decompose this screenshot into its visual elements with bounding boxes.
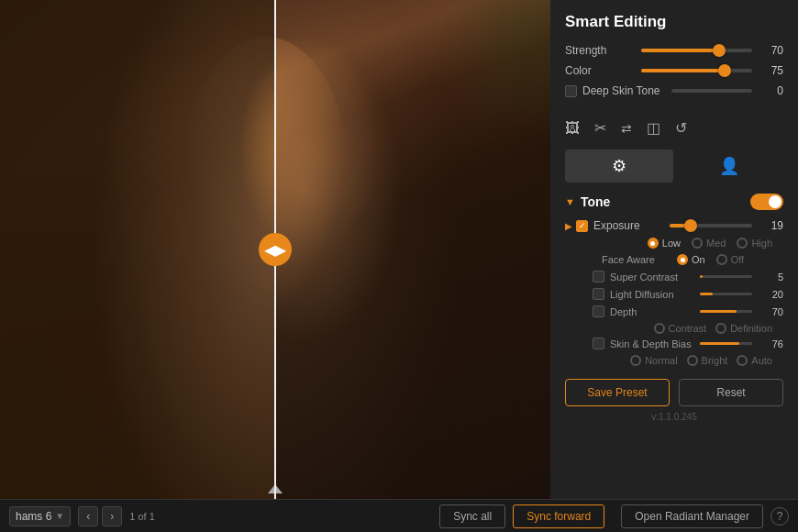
radio-med[interactable]: Med	[692, 238, 726, 249]
tone-section-header: ▼ Tone	[565, 194, 783, 210]
radio-bright-dot	[687, 355, 698, 366]
deep-skin-checkbox[interactable]	[565, 85, 577, 97]
radio-bright[interactable]: Bright	[687, 355, 728, 366]
version-text: v:1.1.0.245	[565, 412, 783, 422]
radio-low[interactable]: Low	[648, 238, 681, 249]
color-label: Color	[565, 64, 634, 77]
adjustments-icon: ⚙	[612, 156, 626, 176]
super-contrast-checkbox[interactable]	[593, 271, 604, 283]
exposure-value: 19	[759, 219, 783, 232]
radio-high-dot	[737, 238, 748, 249]
help-button[interactable]: ?	[770, 507, 789, 526]
radio-definition[interactable]: Definition	[715, 323, 772, 334]
tab-adjustments[interactable]: ⚙	[565, 150, 673, 183]
radio-contrast-label: Contrast	[669, 323, 707, 334]
image-icon[interactable]: 🖼	[565, 120, 580, 137]
panel-title: Smart Editing	[565, 13, 783, 31]
light-diffusion-track[interactable]	[700, 293, 752, 295]
image-panel: ◀▶	[0, 0, 550, 499]
skin-depth-value: 76	[759, 338, 783, 349]
radio-off[interactable]: Off	[716, 254, 744, 265]
nav-next-button[interactable]: ›	[102, 506, 122, 526]
exposure-expand[interactable]: ▶	[565, 221, 572, 231]
save-preset-button[interactable]: Save Preset	[565, 379, 670, 406]
tone-expand-arrow[interactable]: ▼	[565, 196, 575, 207]
crop-icon[interactable]: ✂	[594, 119, 606, 137]
color-track[interactable]	[641, 69, 752, 72]
radio-low-dot	[648, 238, 659, 249]
radio-definition-dot	[715, 323, 726, 334]
radio-off-label: Off	[731, 254, 744, 265]
deep-skin-value: 0	[759, 84, 783, 97]
super-contrast-value: 5	[759, 272, 783, 283]
skin-depth-checkbox[interactable]	[593, 338, 604, 349]
radio-normal-dot	[630, 355, 641, 366]
tone-toggle-knob	[769, 195, 781, 208]
face-aware-row: Face Aware On Off	[565, 254, 783, 265]
nav-prev-button[interactable]: ‹	[78, 506, 98, 526]
strength-row: Strength 70	[565, 44, 783, 57]
depth-track[interactable]	[700, 310, 752, 313]
strength-label: Strength	[565, 44, 634, 57]
rotate-icon[interactable]: ↺	[675, 119, 687, 137]
tone-toggle[interactable]	[750, 194, 783, 210]
color-value: 75	[759, 64, 783, 77]
file-selector-chevron: ▼	[55, 511, 64, 521]
bottom-bar: hams 6 ▼ ‹ › 1 of 1 Sync all Sync forwar…	[0, 499, 798, 532]
tab-portrait[interactable]: 👤	[675, 150, 783, 183]
radio-definition-label: Definition	[730, 323, 772, 334]
radio-med-dot	[692, 238, 703, 249]
radio-on-dot	[677, 254, 688, 265]
open-manager-button[interactable]: Open Radiant Manager	[621, 504, 763, 528]
split-handle[interactable]: ◀▶	[259, 233, 292, 266]
light-diffusion-label: Light Diffusion	[610, 289, 693, 300]
radio-on-label: On	[692, 254, 705, 265]
tab-row: ⚙ 👤	[565, 150, 783, 183]
file-selector[interactable]: hams 6 ▼	[9, 506, 71, 526]
nav-arrows: ‹ ›	[78, 506, 122, 526]
reset-button[interactable]: Reset	[679, 379, 783, 406]
radio-normal[interactable]: Normal	[630, 355, 677, 366]
exposure-checkbox[interactable]: ✓	[576, 220, 588, 232]
page-info: 1 of 1	[129, 511, 155, 522]
depth-row: Depth 70	[565, 305, 783, 317]
skin-depth-label: Skin & Depth Bias	[610, 338, 693, 349]
compare-icon[interactable]: ◫	[647, 119, 660, 137]
light-diffusion-value: 20	[759, 289, 783, 300]
file-name: hams 6	[16, 510, 51, 523]
radio-med-label: Med	[706, 238, 726, 249]
deep-skin-track[interactable]	[671, 89, 753, 93]
exposure-row: ▶ ✓ Exposure 19	[565, 219, 783, 232]
light-diffusion-checkbox[interactable]	[593, 288, 604, 300]
super-contrast-label: Super Contrast	[610, 272, 693, 283]
normal-bright-auto-row: Normal Bright Auto	[565, 355, 783, 366]
radio-off-dot	[716, 254, 727, 265]
radio-high[interactable]: High	[737, 238, 772, 249]
exposure-track[interactable]	[670, 224, 752, 227]
deep-skin-row: Deep Skin Tone 0	[565, 84, 783, 97]
depth-checkbox[interactable]	[593, 305, 604, 317]
depth-label: Depth	[610, 306, 693, 317]
radio-on[interactable]: On	[677, 254, 705, 265]
strength-value: 70	[759, 44, 783, 57]
flip-icon[interactable]: ⇄	[621, 121, 632, 136]
super-contrast-row: Super Contrast 5	[565, 271, 783, 283]
low-med-high-row: Low Med High	[565, 238, 783, 249]
depth-value: 70	[759, 306, 783, 317]
radio-auto[interactable]: Auto	[737, 355, 772, 366]
skin-depth-row: Skin & Depth Bias 76	[565, 338, 783, 349]
radio-auto-dot	[737, 355, 748, 366]
sync-all-button[interactable]: Sync all	[439, 504, 505, 528]
portrait-icon: 👤	[719, 156, 739, 176]
radio-contrast[interactable]: Contrast	[654, 323, 707, 334]
radio-low-label: Low	[662, 238, 681, 249]
sync-forward-button[interactable]: Sync forward	[513, 504, 604, 528]
super-contrast-track[interactable]	[700, 275, 752, 278]
skin-depth-track[interactable]	[700, 342, 752, 345]
exposure-label: Exposure	[593, 219, 662, 232]
light-diffusion-row: Light Diffusion 20	[565, 288, 783, 300]
strength-track[interactable]	[641, 49, 752, 52]
action-buttons: Save Preset Reset	[565, 379, 783, 406]
deep-skin-label: Deep Skin Tone	[582, 84, 664, 97]
edit-panel: Smart Editing Strength 70 Color 75	[550, 0, 798, 499]
